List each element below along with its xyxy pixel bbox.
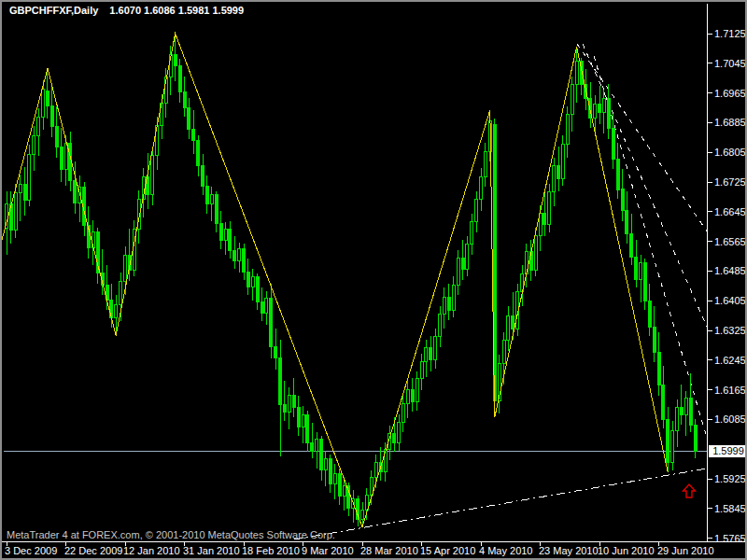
price-tick-label: 1.5845: [714, 503, 746, 514]
bear-candle-body: [74, 180, 77, 203]
price-tick-label: 1.6085: [714, 413, 746, 425]
date-tick-label: 9 Mar 2010: [302, 545, 354, 556]
bull-candle-body: [425, 348, 428, 362]
bear-candle-body: [621, 189, 624, 211]
bull-candle-body: [402, 403, 405, 422]
bull-candle-body: [684, 399, 687, 415]
price-tick-label: 1.6725: [714, 176, 746, 188]
bull-candle-body: [602, 99, 605, 113]
bull-candle-body: [64, 143, 67, 169]
price-tick-label: 1.7125: [714, 28, 746, 39]
buy-signal-up-arrow-icon[interactable]: [684, 484, 696, 497]
bear-candle-body: [229, 230, 232, 251]
chart-symbol-period: GBPCHFFXF,Daily: [9, 5, 98, 16]
chart-ohlc-values: 1.6070 1.6086 1.5981 1.5999: [109, 5, 244, 16]
watermark: MetaTrader 4 at FOREX.com, © 2001-2010 M…: [7, 529, 335, 540]
bear-candle-body: [233, 251, 236, 261]
bull-candle-body: [288, 396, 290, 413]
bull-candle-body: [324, 459, 327, 470]
current-price-label: 1.5999: [709, 445, 747, 457]
bull-candle-body: [251, 276, 254, 287]
price-tick-label: 1.6565: [714, 236, 746, 247]
price-tick-label: 1.6405: [714, 295, 746, 306]
bull-candle-body: [466, 244, 469, 269]
bull-candle-body: [416, 379, 418, 402]
bear-candle-body: [681, 407, 684, 414]
price-tick-label: 1.6325: [714, 325, 746, 336]
bull-candle-body: [398, 422, 401, 442]
bear-candle-body: [50, 106, 53, 127]
bull-candle-body: [471, 222, 473, 245]
bear-candle-body: [215, 194, 218, 224]
bear-candle-body: [243, 249, 246, 273]
date-tick-label: 12 Jan 2010: [123, 545, 180, 556]
date-tick-label: 3 Dec 2009: [5, 545, 57, 556]
bear-candle-body: [279, 357, 282, 405]
chart-title: GBPCHFFXF,Daily1.6070 1.6086 1.5981 1.59…: [9, 5, 244, 16]
bull-candle-body: [42, 90, 45, 118]
bull-candle-body: [19, 184, 21, 193]
price-tick-label: 1.6805: [714, 147, 746, 158]
bull-candle-body: [484, 151, 486, 176]
bull-candle-body: [594, 105, 597, 119]
bear-candle-body: [447, 297, 450, 310]
bear-candle-body: [689, 399, 692, 426]
bull-candle-body: [502, 341, 505, 364]
bull-candle-body: [120, 281, 122, 304]
bear-candle-body: [607, 99, 610, 129]
date-tick-label: 31 Jan 2010: [183, 545, 240, 556]
bull-candle-body: [333, 473, 336, 483]
bull-candle-body: [571, 85, 573, 115]
candlesticks-layer[interactable]: [6, 34, 698, 527]
date-tick-label: 22 Dec 2009: [64, 545, 122, 556]
price-tick-label: 1.6645: [714, 206, 746, 217]
bear-candle-body: [247, 273, 249, 287]
bear-candle-body: [320, 440, 323, 470]
bull-candle-body: [28, 154, 31, 201]
bull-candle-body: [37, 117, 40, 135]
bear-candle-body: [205, 186, 208, 204]
bear-candle-body: [338, 473, 341, 497]
bear-candle-body: [635, 258, 638, 280]
bull-candle-body: [14, 193, 17, 231]
price-tick-label: 1.7045: [714, 58, 746, 69]
date-tick-label: 28 Mar 2010: [360, 545, 418, 556]
date-tick-label: 15 Apr 2010: [420, 545, 475, 556]
bull-candle-body: [475, 200, 478, 222]
price-chart-canvas[interactable]: [2, 2, 747, 560]
bear-candle-body: [653, 327, 655, 353]
bear-candle-body: [311, 442, 314, 451]
bull-candle-body: [420, 362, 423, 379]
bear-candle-body: [256, 276, 259, 301]
price-tick-label: 1.6165: [714, 385, 746, 396]
date-tick-label: 10 Jun 2010: [598, 545, 655, 556]
date-tick-label: 18 Feb 2010: [242, 545, 300, 556]
bear-candle-body: [430, 348, 432, 360]
bull-candle-body: [444, 297, 446, 315]
bull-candle-body: [224, 230, 227, 241]
bull-candle-body: [343, 486, 345, 497]
bear-candle-body: [178, 66, 181, 92]
bull-candle-body: [361, 510, 364, 520]
bull-candle-body: [238, 249, 241, 261]
bear-candle-body: [599, 105, 601, 113]
price-tick-label: 1.5925: [714, 473, 746, 484]
bear-candle-body: [197, 140, 200, 166]
bull-candle-body: [115, 304, 118, 318]
bull-candle-body: [452, 285, 455, 310]
bear-candle-body: [694, 425, 697, 451]
bear-candle-body: [297, 407, 300, 427]
bear-candle-body: [512, 315, 514, 329]
price-tick-label: 1.5765: [714, 533, 746, 544]
bear-candle-body: [292, 396, 295, 408]
price-tick-label: 1.6885: [714, 117, 746, 128]
date-tick-label: 29 Jun 2010: [657, 545, 714, 556]
bull-candle-body: [480, 176, 483, 200]
bear-candle-body: [626, 211, 628, 234]
bear-candle-body: [667, 419, 669, 463]
bull-candle-body: [676, 407, 679, 430]
bull-candle-body: [534, 236, 537, 271]
bear-candle-body: [461, 259, 464, 270]
bear-candle-body: [284, 405, 287, 413]
bear-candle-body: [648, 301, 651, 327]
